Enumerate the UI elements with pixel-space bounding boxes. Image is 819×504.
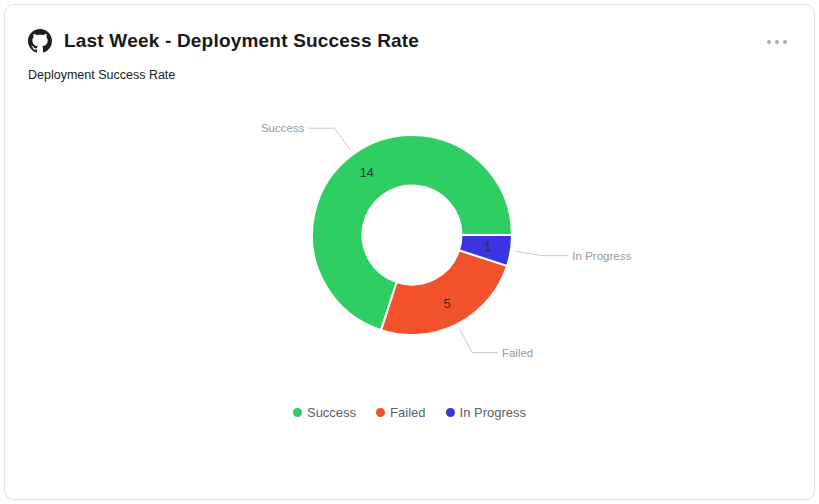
ellipsis-icon bbox=[766, 33, 788, 48]
legend-swatch-in-progress bbox=[446, 408, 455, 417]
legend-label-success: Success bbox=[307, 405, 356, 420]
dashboard-card: Last Week - Deployment Success Rate Depl… bbox=[4, 4, 815, 500]
label-line-success bbox=[308, 128, 350, 150]
legend-swatch-success bbox=[293, 408, 302, 417]
legend-item-success[interactable]: Success bbox=[293, 405, 356, 420]
card-header: Last Week - Deployment Success Rate bbox=[5, 5, 814, 54]
more-options-button[interactable] bbox=[764, 27, 790, 54]
github-icon bbox=[28, 29, 52, 53]
slice-label-success: Success bbox=[261, 122, 305, 134]
card-title: Last Week - Deployment Success Rate bbox=[64, 30, 752, 52]
legend-label-in-progress: In Progress bbox=[460, 405, 526, 420]
chart-title: Deployment Success Rate bbox=[28, 68, 814, 82]
slice-label-failed: Failed bbox=[502, 347, 533, 359]
label-line-in-progress bbox=[516, 251, 569, 255]
label-line-failed bbox=[460, 329, 498, 353]
legend-swatch-failed bbox=[376, 408, 385, 417]
chart-legend: SuccessFailedIn Progress bbox=[5, 405, 814, 420]
pie-slice-failed[interactable] bbox=[381, 250, 507, 335]
slice-label-in-progress: In Progress bbox=[572, 250, 631, 262]
legend-label-failed: Failed bbox=[390, 405, 425, 420]
legend-item-failed[interactable]: Failed bbox=[376, 405, 425, 420]
legend-item-in-progress[interactable]: In Progress bbox=[446, 405, 526, 420]
